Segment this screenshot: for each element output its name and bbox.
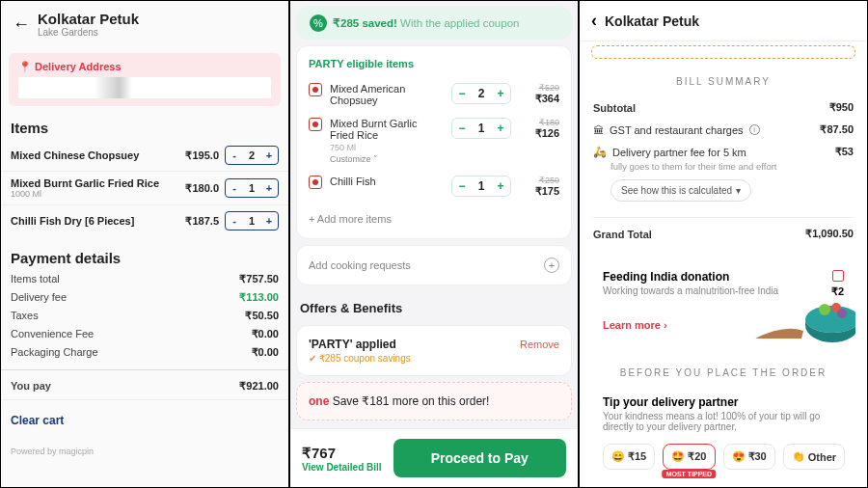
delivery-address-text: [18, 77, 271, 98]
qty-stepper[interactable]: -2+: [225, 146, 279, 165]
original-price: ₹180: [519, 118, 559, 127]
percent-icon: %: [310, 14, 327, 32]
clear-cart-button[interactable]: Clear cart: [1, 399, 288, 441]
you-pay-value: ₹921.00: [239, 380, 279, 393]
final-price: ₹126: [519, 127, 559, 140]
delivery-address-card[interactable]: 📍 Delivery Address: [9, 53, 281, 106]
qty-value: 1: [472, 179, 491, 193]
view-detailed-bill[interactable]: View Detailed Bill: [302, 462, 382, 473]
bill-row-subtitle: fully goes to them for their time and ef…: [610, 161, 854, 172]
plus-button[interactable]: +: [260, 182, 278, 194]
you-pay-label: You pay: [11, 380, 51, 393]
item-name: Mixed American Chopsuey: [330, 83, 444, 106]
back-button[interactable]: ←: [13, 14, 30, 35]
svg-point-3: [837, 309, 847, 318]
most-tipped-badge: MOST TIPPED: [663, 470, 716, 478]
see-how-calculated[interactable]: See how this is calculated▾: [610, 179, 751, 202]
promo-strip: [591, 45, 855, 59]
minus-button[interactable]: -: [226, 182, 243, 194]
minus-button[interactable]: −: [452, 122, 472, 135]
item-name: Mixed Burnt Garlic Fried Rice: [330, 118, 444, 141]
svg-point-1: [819, 304, 830, 315]
back-button[interactable]: ‹: [591, 11, 597, 31]
minus-button[interactable]: -: [226, 215, 243, 227]
tip-amount: ₹20: [688, 450, 706, 463]
cart-item: Mixed Chinese Chopsuey ₹195.0 -2+: [1, 140, 288, 172]
saved-subtitle: With the applied coupon: [400, 17, 519, 29]
bill-summary-heading: BILL SUMMARY: [580, 67, 867, 96]
savings-banner: % ₹285 saved! With the applied coupon: [296, 7, 572, 40]
info-icon[interactable]: i: [749, 124, 760, 135]
salad-bowl-icon: [746, 281, 855, 342]
item-variant: 750 Ml: [330, 143, 444, 152]
chevron-down-icon: ▾: [736, 185, 741, 196]
coupon-savings: ₹285 coupon savings: [309, 353, 559, 364]
tip-emoji: 😄: [611, 450, 625, 463]
qty-value: 1: [472, 122, 491, 135]
plus-button[interactable]: +: [260, 215, 278, 227]
final-price: ₹364: [519, 93, 559, 105]
minus-button[interactable]: −: [452, 179, 472, 193]
customize-link[interactable]: Customize ˅: [330, 154, 444, 164]
proceed-to-pay-button[interactable]: Proceed to Pay: [393, 439, 566, 477]
plus-button[interactable]: +: [491, 87, 510, 100]
cart-item: Mixed Burnt Garlic Fried Rice1000 Ml ₹18…: [1, 172, 288, 205]
cart-item: Chilli Fish Dry [6 Pieces] ₹187.5 -1+: [1, 205, 288, 236]
plus-button[interactable]: +: [491, 122, 510, 135]
qty-stepper[interactable]: −2+: [451, 83, 511, 104]
final-price: ₹175: [519, 185, 559, 198]
payment-row: Convenience Fee₹0.00: [1, 325, 288, 343]
cart-total: ₹767: [302, 445, 382, 462]
tip-emoji: 🤩: [671, 450, 685, 463]
qty-stepper[interactable]: −1+: [451, 176, 511, 197]
tip-amount: Other: [808, 451, 836, 463]
item-price: ₹195.0: [185, 149, 219, 162]
one-offer-card[interactable]: one Save ₹181 more on this order!: [296, 382, 572, 420]
tip-title: Tip your delivery partner: [603, 395, 844, 409]
bill-row: 🛵Delivery partner fee for 5 km₹53: [593, 141, 854, 163]
tip-amount: ₹30: [748, 450, 767, 463]
tip-option[interactable]: 👏Other: [783, 444, 845, 470]
offers-heading: Offers & Benefits: [290, 291, 578, 319]
tip-option[interactable]: 😄₹15: [603, 444, 655, 470]
cart-item: Mixed Burnt Garlic Fried Rice750 MlCusto…: [309, 112, 559, 170]
row-icon: 🛵: [593, 146, 607, 158]
add-more-items[interactable]: + Add more items: [309, 203, 559, 227]
learn-more-link[interactable]: Learn more ›: [603, 319, 667, 331]
qty-value: 2: [472, 87, 491, 100]
qty-stepper[interactable]: -1+: [225, 178, 279, 198]
grand-total-label: Grand Total: [593, 228, 652, 240]
item-price: ₹180.0: [185, 182, 219, 195]
powered-by: Powered by magicpin: [1, 441, 288, 462]
tip-amount: ₹15: [628, 450, 646, 463]
add-cooking-requests[interactable]: Add cooking requests +: [296, 245, 572, 285]
plus-icon: +: [544, 258, 559, 273]
applied-coupon: 'PARTY' applied: [309, 338, 396, 351]
minus-button[interactable]: −: [452, 87, 472, 100]
plus-button[interactable]: +: [491, 179, 510, 193]
plus-button[interactable]: +: [260, 149, 278, 161]
nonveg-icon: [309, 176, 322, 189]
tip-option[interactable]: 😍₹30: [723, 444, 775, 470]
tip-emoji: 😍: [732, 450, 746, 463]
original-price: ₹520: [519, 83, 559, 93]
remove-coupon[interactable]: Remove: [520, 339, 559, 350]
nonveg-icon: [309, 83, 322, 96]
original-price: ₹250: [519, 176, 559, 185]
qty-value: 2: [243, 149, 260, 161]
restaurant-title: Kolkatar Petuk: [38, 11, 139, 27]
before-order-heading: BEFORE YOU PLACE THE ORDER: [580, 356, 867, 384]
donation-card[interactable]: Feeding India donation Working towards a…: [591, 258, 855, 342]
page-title: Kolkatar Petuk: [605, 14, 699, 29]
saved-amount: ₹285 saved!: [333, 17, 397, 29]
minus-button[interactable]: -: [226, 149, 243, 161]
qty-value: 1: [243, 182, 260, 194]
qty-stepper[interactable]: −1+: [451, 118, 511, 139]
grand-total-value: ₹1,090.50: [805, 228, 854, 240]
qty-stepper[interactable]: -1+: [225, 211, 279, 230]
item-price: ₹187.5: [185, 215, 219, 228]
bill-row: 🏛GST and restaurant chargesi₹87.50: [593, 119, 854, 141]
tip-subtitle: Your kindness means a lot! 100% of your …: [603, 411, 844, 432]
payment-row: Taxes₹50.50: [1, 307, 288, 325]
tip-option[interactable]: 🤩₹20MOST TIPPED: [663, 444, 715, 470]
